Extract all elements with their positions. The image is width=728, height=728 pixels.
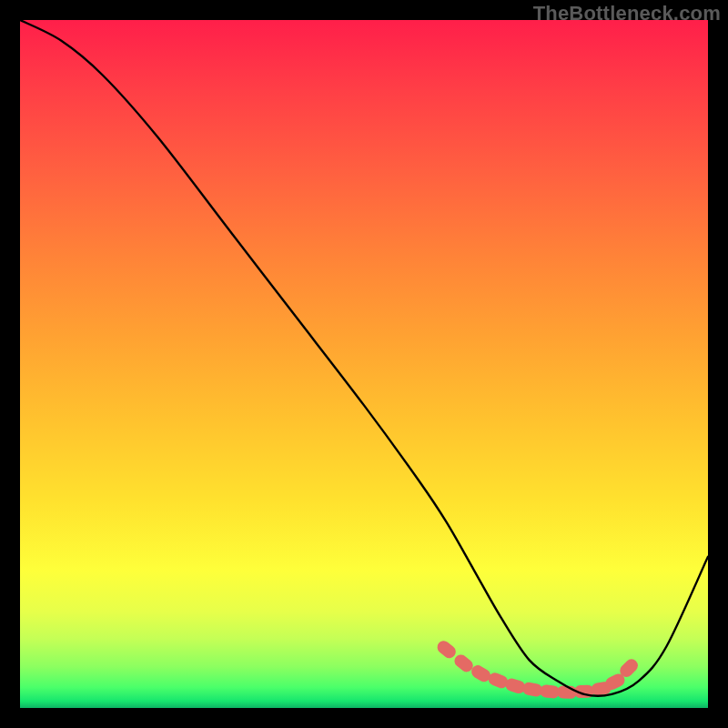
watermark-text: TheBottleneck.com [533,2,721,25]
marker-dot [435,638,459,661]
chart-frame: TheBottleneck.com [0,0,728,728]
plot-area [20,20,708,708]
curve-layer [20,20,708,708]
bottleneck-curve [20,20,708,696]
